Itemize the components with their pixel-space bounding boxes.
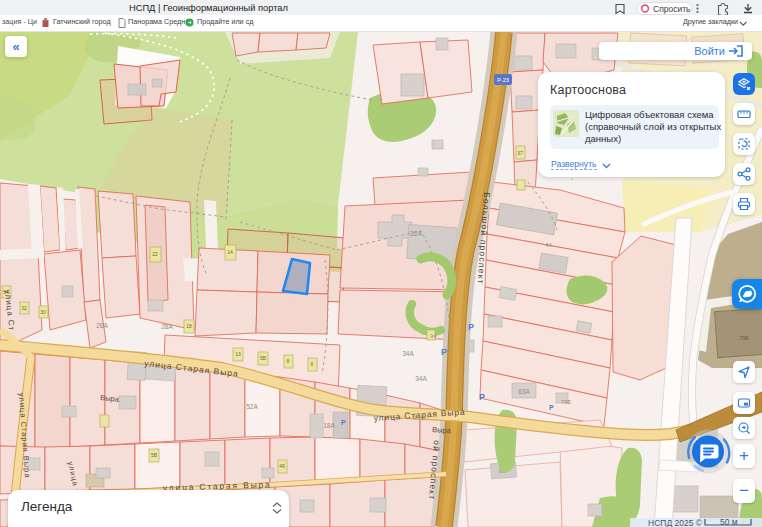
- svg-text:26А: 26А: [96, 322, 108, 329]
- svg-text:22: 22: [152, 251, 158, 257]
- svg-text:Р: Р: [341, 419, 346, 426]
- svg-text:34: 34: [430, 333, 437, 339]
- svg-text:Выра: Выра: [432, 425, 452, 435]
- svg-text:52А: 52А: [246, 403, 258, 410]
- svg-text:37: 37: [517, 150, 523, 156]
- svg-text:32А: 32А: [410, 230, 423, 237]
- svg-text:8: 8: [287, 358, 290, 364]
- svg-text:79В: 79В: [561, 399, 571, 405]
- svg-text:63А: 63А: [518, 388, 530, 395]
- svg-text:30: 30: [40, 309, 46, 315]
- svg-text:32: 32: [21, 305, 27, 311]
- svg-text:Р: Р: [549, 404, 554, 411]
- svg-text:18А: 18А: [323, 422, 335, 429]
- svg-text:5В: 5В: [151, 452, 158, 458]
- svg-text:34А: 34А: [415, 375, 427, 382]
- svg-text:5Б: 5Б: [260, 355, 267, 361]
- svg-text:79Б: 79Б: [739, 335, 749, 341]
- svg-text:28А: 28А: [161, 323, 173, 330]
- svg-text:18: 18: [186, 323, 192, 329]
- svg-text:Р: Р: [441, 347, 447, 357]
- svg-text:4А: 4А: [545, 242, 552, 248]
- svg-text:Р-23: Р-23: [497, 77, 509, 83]
- svg-text:Р: Р: [479, 392, 485, 402]
- svg-text:Р: Р: [468, 322, 474, 332]
- svg-text:34А: 34А: [402, 350, 414, 357]
- svg-text:14: 14: [227, 249, 233, 255]
- svg-text:13: 13: [235, 351, 241, 357]
- svg-text:49: 49: [279, 463, 285, 469]
- svg-text:6: 6: [311, 361, 314, 367]
- svg-text:34А: 34А: [413, 413, 425, 420]
